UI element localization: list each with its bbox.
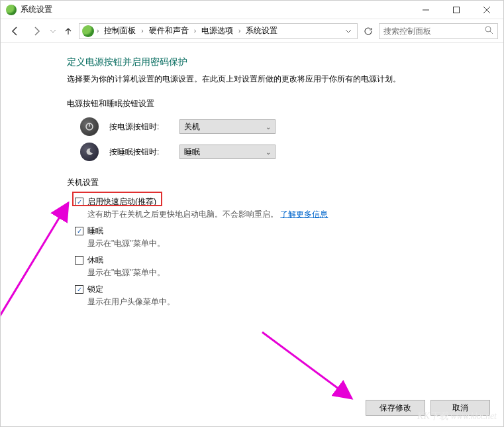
- chevron-right-icon: ›: [237, 27, 242, 34]
- sleep-option: ✓ 睡眠 显示在"电源"菜单中。: [75, 225, 503, 249]
- search-icon: [485, 26, 493, 36]
- navigation-bar: › 控制面板 › 硬件和声音 › 电源选项 › 系统设置: [1, 19, 503, 43]
- app-icon: [6, 5, 17, 15]
- svg-line-4: [262, 332, 352, 398]
- breadcrumb-dropdown[interactable]: [342, 29, 354, 34]
- lock-desc: 显示在用户头像菜单中。: [87, 296, 503, 308]
- lock-checkbox[interactable]: ✓: [75, 285, 83, 294]
- chevron-right-icon: ›: [140, 27, 144, 34]
- chevron-right-icon: ›: [95, 27, 100, 34]
- breadcrumb-item[interactable]: 系统设置: [243, 25, 280, 36]
- moon-icon: [80, 143, 99, 161]
- svg-point-1: [485, 27, 491, 32]
- breadcrumb-item[interactable]: 硬件和声音: [146, 25, 191, 36]
- title-bar: 系统设置: [1, 1, 503, 19]
- svg-rect-0: [454, 7, 460, 13]
- maximize-button[interactable]: [441, 1, 472, 19]
- sleep-desc: 显示在"电源"菜单中。: [87, 238, 503, 249]
- fast-startup-option: ✓ 启用快速启动(推荐) 这有助于在关机之后更快地启动电脑。不会影响重启。 了解…: [75, 196, 503, 220]
- dropdown-value: 关机: [184, 121, 200, 133]
- close-button[interactable]: [472, 1, 502, 19]
- section-button-settings: 电源按钮和睡眠按钮设置: [67, 98, 503, 109]
- breadcrumb-item[interactable]: 电源选项: [199, 25, 236, 36]
- sleep-checkbox[interactable]: ✓: [75, 227, 83, 235]
- fast-startup-desc: 这有助于在关机之后更快地启动电脑。不会影响重启。 了解更多信息: [87, 209, 503, 220]
- search-box[interactable]: [379, 23, 498, 39]
- page-description: 选择要为你的计算机设置的电源设置。在此页上对设置所做的更改将应用于你所有的电源计…: [67, 74, 503, 85]
- forward-button[interactable]: [27, 22, 46, 40]
- chevron-down-icon: ⌄: [266, 149, 271, 156]
- back-button[interactable]: [6, 22, 25, 40]
- window-controls: [411, 1, 502, 19]
- recent-dropdown[interactable]: [48, 22, 58, 40]
- learn-more-link[interactable]: 了解更多信息: [280, 210, 328, 219]
- refresh-button[interactable]: [360, 27, 376, 36]
- sleep-label: 睡眠: [87, 225, 103, 237]
- lock-label: 锁定: [87, 284, 103, 295]
- section-shutdown-settings: 关机设置: [67, 177, 503, 188]
- chevron-down-icon: ⌄: [266, 123, 271, 131]
- control-panel-icon: [82, 25, 94, 37]
- hibernate-label: 休眠: [87, 255, 103, 266]
- power-button-dropdown[interactable]: 关机 ⌄: [179, 119, 276, 134]
- chevron-right-icon: ›: [193, 27, 197, 34]
- sleep-button-label: 按睡眠按钮时:: [109, 147, 169, 158]
- hibernate-option: 休眠 显示在"电源"菜单中。: [75, 255, 503, 278]
- up-button[interactable]: [60, 22, 76, 40]
- hibernate-desc: 显示在"电源"菜单中。: [87, 267, 503, 278]
- sleep-button-row: 按睡眠按钮时: 睡眠 ⌄: [80, 143, 503, 161]
- fast-startup-checkbox[interactable]: ✓: [75, 198, 83, 206]
- lock-option: ✓ 锁定 显示在用户头像菜单中。: [75, 284, 503, 308]
- power-button-row: 按电源按钮时: 关机 ⌄: [80, 117, 503, 136]
- fast-startup-label: 启用快速启动(推荐): [87, 196, 156, 208]
- dropdown-value: 睡眠: [184, 147, 200, 158]
- breadcrumb-bar[interactable]: › 控制面板 › 硬件和声音 › 电源选项 › 系统设置: [79, 23, 358, 39]
- window-title: 系统设置: [21, 4, 411, 15]
- page-heading: 定义电源按钮并启用密码保护: [67, 56, 503, 68]
- page-content: 定义电源按钮并启用密码保护 选择要为你的计算机设置的电源设置。在此页上对设置所做…: [1, 43, 503, 308]
- watermark: KK下载 www.kkx.net: [417, 410, 497, 422]
- power-icon: [80, 117, 99, 136]
- hibernate-checkbox[interactable]: [75, 256, 83, 265]
- search-input[interactable]: [383, 27, 485, 36]
- minimize-button[interactable]: [411, 1, 441, 19]
- power-button-label: 按电源按钮时:: [109, 121, 169, 133]
- sleep-button-dropdown[interactable]: 睡眠 ⌄: [179, 145, 276, 159]
- save-button[interactable]: 保存修改: [366, 400, 425, 416]
- breadcrumb-item[interactable]: 控制面板: [101, 25, 138, 36]
